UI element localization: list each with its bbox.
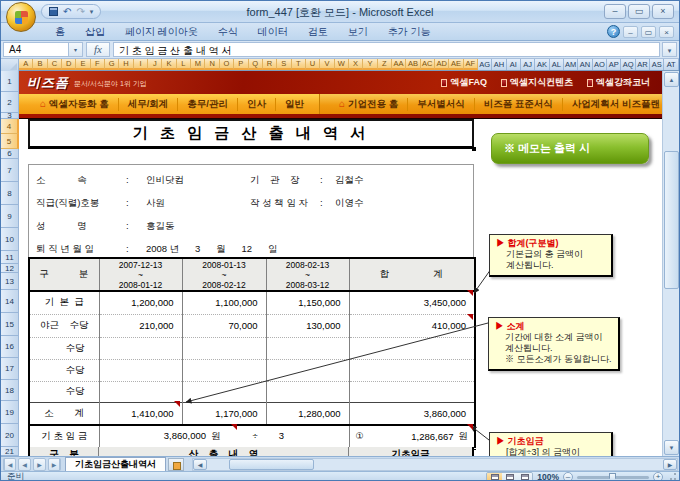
value-cell[interactable] xyxy=(266,381,349,402)
row-header[interactable]: 4 xyxy=(1,119,19,134)
column-header[interactable]: E xyxy=(76,59,90,70)
column-header[interactable]: Q xyxy=(249,59,263,70)
row-header[interactable]: 18 xyxy=(1,380,19,401)
value-cell[interactable]: 130,000 xyxy=(266,314,349,337)
scroll-right-icon[interactable]: ▶ xyxy=(663,459,677,470)
banner-link[interactable]: 엑셀FAQ xyxy=(441,76,487,89)
value-cell[interactable]: 1,170,000 xyxy=(182,402,266,425)
value-cell[interactable] xyxy=(182,337,266,359)
horizontal-scroll-thumb[interactable] xyxy=(229,459,314,470)
value-cell[interactable]: 70,000 xyxy=(182,314,266,337)
resize-grip[interactable] xyxy=(667,472,677,481)
column-header[interactable]: R xyxy=(263,59,277,70)
banner-menu-item[interactable]: ⌂일반 xyxy=(276,98,313,111)
horizontal-scroll-track[interactable] xyxy=(207,459,663,470)
ribbon-tab[interactable]: 보기 xyxy=(338,23,378,41)
total-cell[interactable] xyxy=(349,381,475,402)
column-header[interactable]: AI xyxy=(507,59,521,70)
close-button[interactable]: × xyxy=(652,4,674,19)
row-header[interactable]: 16 xyxy=(1,336,19,358)
row-header[interactable]: 12 xyxy=(1,264,19,273)
column-header[interactable]: AO xyxy=(593,59,607,70)
column-header[interactable]: M xyxy=(191,59,205,70)
row-header[interactable]: 17 xyxy=(1,358,19,380)
qat-dropdown-icon[interactable]: ▾ xyxy=(90,8,94,16)
select-all-corner[interactable] xyxy=(1,59,19,71)
banner-menu-item[interactable]: ⌂기업전용 홈 xyxy=(330,98,408,111)
column-header[interactable]: F xyxy=(91,59,105,70)
column-header[interactable]: AB xyxy=(406,59,420,70)
row-header[interactable]: 9 xyxy=(1,205,19,228)
total-cell[interactable]: 410,000 xyxy=(349,314,475,337)
vertical-scrollbar[interactable]: ▲ ▼ xyxy=(662,71,680,456)
column-header[interactable]: Z xyxy=(378,59,392,70)
column-header[interactable]: AN xyxy=(578,59,592,70)
banner-link[interactable]: 엑셀강좌코너 xyxy=(587,76,650,89)
bizforms-logo[interactable]: 비즈폼 xyxy=(27,74,69,92)
value-cell[interactable] xyxy=(182,381,266,402)
zoom-slider[interactable] xyxy=(577,476,649,479)
column-header[interactable]: AR xyxy=(636,59,650,70)
column-header[interactable]: J xyxy=(148,59,162,70)
column-header[interactable]: AQ xyxy=(621,59,635,70)
banner-menu-item[interactable]: ⌂세무/회계 xyxy=(119,98,179,111)
banner-link[interactable]: 엑셀지식컨텐츠 xyxy=(501,76,573,89)
base-wage-label[interactable]: 기 초 임 금 xyxy=(29,425,99,448)
column-header[interactable]: AG xyxy=(478,59,492,70)
row-header[interactable]: 8 xyxy=(1,182,19,205)
value-cell[interactable] xyxy=(182,359,266,381)
column-header[interactable]: AD xyxy=(435,59,449,70)
row-header[interactable]: 20 xyxy=(1,424,19,447)
row-header[interactable]: 15 xyxy=(1,313,19,336)
column-header[interactable]: D xyxy=(62,59,76,70)
row-label-cell[interactable]: 기 본 급 xyxy=(29,291,99,314)
name-box[interactable]: A4 xyxy=(3,42,69,57)
row-header[interactable]: 1 xyxy=(1,71,19,92)
column-header[interactable]: Y xyxy=(363,59,377,70)
total-cell[interactable] xyxy=(349,337,475,359)
value-cell[interactable]: 1,280,000 xyxy=(266,402,349,425)
column-header[interactable]: I xyxy=(134,59,148,70)
employee-info-box[interactable]: 소 속:인비닷컴 기 관 장:김철수 직급(직렬)호봉:사원 작 성 책 임 자… xyxy=(28,164,474,257)
category-header[interactable]: 구 분 xyxy=(29,258,99,291)
scroll-left-icon[interactable]: ◀ xyxy=(193,459,207,470)
row-header[interactable]: 11 xyxy=(1,251,19,264)
row-label-cell[interactable]: 소 계 xyxy=(29,402,99,425)
column-header[interactable]: AT xyxy=(664,59,678,70)
sheet-canvas[interactable]: 비즈폼 문서/서식분야 1위 기업 엑셀FAQ 엑셀지식컨텐츠 엑셀강좌코너 xyxy=(19,71,662,456)
workbook-minimize-button[interactable]: – xyxy=(623,26,638,38)
column-header[interactable]: AH xyxy=(492,59,506,70)
row-label-cell[interactable]: 수당 xyxy=(29,337,99,359)
column-header[interactable]: P xyxy=(234,59,248,70)
value-cell[interactable]: 1,100,000 xyxy=(182,291,266,314)
row-header[interactable]: 7 xyxy=(1,159,19,182)
column-header[interactable]: AM xyxy=(564,59,578,70)
ribbon-tab[interactable]: 검토 xyxy=(298,23,338,41)
scroll-down-icon[interactable]: ▼ xyxy=(664,440,679,455)
period-header[interactable]: 2007-12-13~2008-01-12 xyxy=(99,258,182,291)
column-header[interactable]: A xyxy=(19,59,33,70)
ribbon-tab[interactable]: 홈 xyxy=(45,23,75,41)
page-layout-view-button[interactable] xyxy=(502,473,517,481)
banner-menu-item[interactable]: ⌂총무/관리 xyxy=(178,98,238,111)
base-wage-result-cell[interactable]: ① 1,286,667 원 xyxy=(349,425,475,448)
horizontal-scrollbar[interactable]: ◀ ▶ xyxy=(192,458,678,471)
banner-menu-item[interactable]: ⌂인사 xyxy=(238,98,276,111)
banner-menu-item[interactable]: ⌂비즈폼 표준서식 xyxy=(475,98,563,111)
base-wage-calc-cell[interactable]: 3,860,000 원 ÷ 3 xyxy=(99,425,349,448)
ribbon-tab[interactable]: 페이지 레이아웃 xyxy=(115,23,208,41)
ribbon-tab[interactable]: 추가 기능 xyxy=(378,23,441,41)
row-header[interactable]: 2 xyxy=(1,92,19,113)
wage-table[interactable]: 구 분 2007-12-13~2008-01-12 2008-01-13~200… xyxy=(28,257,476,450)
column-header[interactable]: AF xyxy=(464,59,478,70)
active-sheet-tab[interactable]: 기초임금산출내역서 xyxy=(65,457,166,471)
total-header[interactable]: 합 계 xyxy=(349,258,475,291)
insert-function-button[interactable]: fx xyxy=(86,42,110,57)
column-header[interactable]: O xyxy=(220,59,234,70)
minimize-button[interactable]: – xyxy=(604,4,626,19)
column-header[interactable]: AC xyxy=(421,59,435,70)
redo-button[interactable]: ↷ xyxy=(76,7,84,17)
column-header[interactable]: U xyxy=(306,59,320,70)
column-header[interactable]: B xyxy=(33,59,47,70)
value-cell[interactable]: 1,410,000 xyxy=(99,402,182,425)
